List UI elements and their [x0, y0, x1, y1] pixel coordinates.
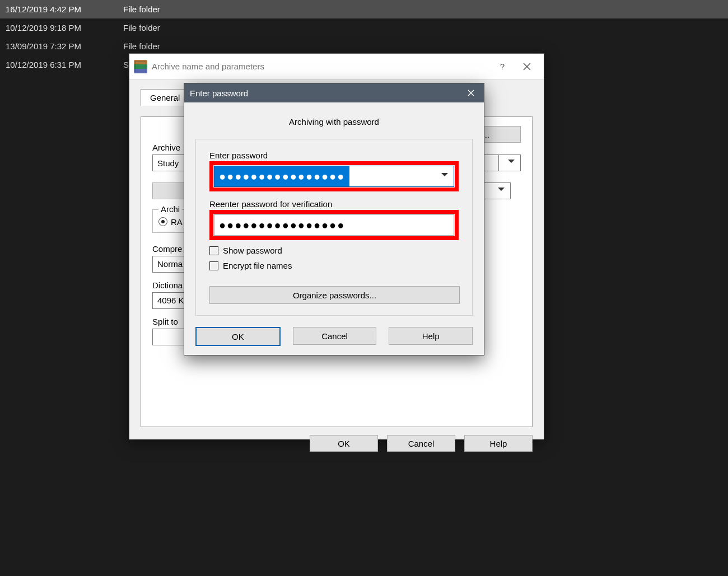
- file-date: 10/12/2019 9:18 PM: [0, 23, 118, 32]
- format-rar-radio[interactable]: RA: [158, 217, 183, 227]
- winrar-icon: [134, 60, 147, 73]
- file-type: File folder: [118, 23, 160, 32]
- enter-password-label: Enter password: [209, 151, 459, 160]
- file-type: File folder: [118, 4, 160, 14]
- archive-name-dropdown[interactable]: [498, 154, 521, 171]
- password-masked: ●●●●●●●●●●●●●●●●: [219, 170, 345, 183]
- format-rar-label: RA: [171, 217, 183, 227]
- file-type: File folder: [118, 41, 160, 51]
- help-icon[interactable]: ?: [490, 55, 515, 78]
- encrypt-names-label: Encrypt file names: [223, 261, 292, 270]
- show-password-label: Show password: [223, 246, 282, 255]
- password-input[interactable]: ●●●●●●●●●●●●●●●●: [214, 166, 454, 187]
- password-help-button[interactable]: Help: [389, 327, 473, 345]
- dialog-titlebar[interactable]: Archive name and parameters ?: [129, 54, 544, 79]
- verify-password-masked: ●●●●●●●●●●●●●●●●: [219, 219, 345, 232]
- file-date: 13/09/2019 7:32 PM: [0, 41, 118, 51]
- password-subtitle: Archiving with password: [195, 117, 473, 127]
- show-password-checkbox[interactable]: Show password: [209, 246, 459, 255]
- password-group: Enter password ●●●●●●●●●●●●●●●● Reenter …: [195, 139, 473, 316]
- chevron-down-icon[interactable]: [441, 173, 448, 180]
- password-dialog-title: Enter password: [190, 88, 248, 98]
- close-icon[interactable]: [464, 86, 478, 100]
- file-date: 16/12/2019 4:42 PM: [0, 4, 118, 14]
- dialog-title: Archive name and parameters: [152, 62, 264, 71]
- archive-cancel-button[interactable]: Cancel: [387, 435, 455, 452]
- verify-password-input[interactable]: ●●●●●●●●●●●●●●●●: [214, 214, 454, 236]
- password-cancel-button[interactable]: Cancel: [293, 327, 377, 345]
- archive-format-legend: Archi: [158, 204, 182, 214]
- file-date: 10/12/2019 6:31 PM: [0, 60, 118, 69]
- close-icon[interactable]: [515, 55, 539, 78]
- archive-help-button[interactable]: Help: [464, 435, 533, 452]
- password-dialog: Enter password Archiving with password E…: [184, 83, 484, 355]
- highlight-box: ●●●●●●●●●●●●●●●●: [209, 161, 459, 191]
- table-row[interactable]: 16/12/2019 4:42 PM File folder: [0, 0, 728, 18]
- archive-ok-button[interactable]: OK: [310, 435, 378, 452]
- table-row[interactable]: 10/12/2019 9:18 PM File folder: [0, 18, 728, 37]
- reenter-password-label: Reenter password for verification: [209, 199, 459, 209]
- encrypt-names-checkbox[interactable]: Encrypt file names: [209, 261, 459, 270]
- password-ok-button[interactable]: OK: [195, 327, 281, 346]
- tab-general[interactable]: General: [141, 89, 189, 106]
- organize-passwords-button[interactable]: Organize passwords...: [209, 286, 460, 304]
- highlight-box: ●●●●●●●●●●●●●●●●: [209, 210, 459, 240]
- password-dialog-titlebar[interactable]: Enter password: [184, 83, 484, 102]
